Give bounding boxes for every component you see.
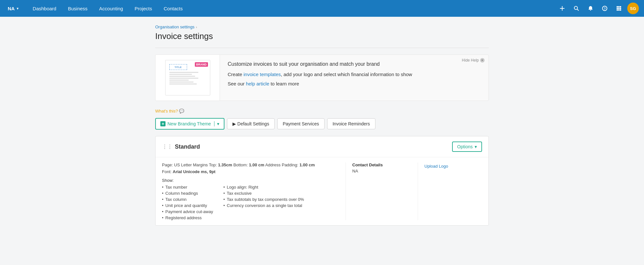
brand-selector[interactable]: NA ▼ [5, 4, 22, 13]
list-item: •Registered address [162, 215, 213, 220]
list-item: •Tax exclusive [223, 191, 304, 196]
contact-details-label: Contact Details [352, 162, 410, 167]
show-columns: •Tax number •Column headings •Tax column… [162, 185, 338, 220]
show-item-label: Currency conversion as a single tax tota… [227, 203, 302, 208]
illustration-line [169, 74, 192, 75]
payment-services-label: Payment Services [283, 121, 319, 126]
options-button[interactable]: Options ▾ [452, 142, 482, 152]
list-item: •Tax column [162, 197, 213, 202]
invoice-illustration: BRAND TITLE [165, 60, 210, 95]
breadcrumb-separator: › [196, 25, 197, 29]
page-container: Organisation settings › Invoice settings… [145, 17, 499, 233]
page-size: US Letter [174, 162, 192, 167]
help-panel: Hide Help ✕ BRAND TITLE Customize invoic… [155, 54, 489, 101]
list-item: •Payment advice cut-away [162, 209, 213, 214]
drag-handle-icon[interactable]: ⋮⋮ [162, 144, 172, 150]
nav-links: Dashboard Business Accounting Projects C… [27, 0, 556, 17]
apps-icon[interactable] [613, 3, 625, 14]
breadcrumb-parent-link[interactable]: Organisation settings [155, 25, 194, 29]
address-label: Address Padding: [264, 162, 299, 167]
help-secondary-suffix: , add your logo and select which financi… [281, 72, 412, 77]
show-item-label: Logo align: Right [227, 185, 258, 190]
new-branding-dropdown-icon: ▾ [214, 121, 219, 126]
show-item-label: Registered address [166, 215, 202, 220]
standard-header: ⋮⋮ Standard Options ▾ [156, 136, 488, 157]
nav-dashboard[interactable]: Dashboard [27, 0, 62, 17]
new-branding-label: New Branding Theme [167, 121, 211, 126]
nav-business[interactable]: Business [62, 0, 93, 17]
page-label: Page: [162, 162, 174, 167]
show-item-label: Tax column [166, 197, 187, 202]
contact-details-value: NA [352, 169, 410, 173]
nav-accounting[interactable]: Accounting [93, 0, 129, 17]
nav-right: ? SG [556, 3, 639, 14]
svg-rect-13 [618, 9, 620, 11]
user-avatar[interactable]: SG [627, 3, 639, 14]
brand-caret: ▼ [16, 7, 19, 10]
svg-rect-14 [620, 9, 621, 11]
svg-rect-12 [617, 9, 618, 11]
svg-line-3 [577, 9, 579, 11]
brand-initials: NA [8, 6, 15, 11]
hide-help-button[interactable]: Hide Help ✕ [462, 58, 485, 63]
plus-icon: + [160, 121, 166, 126]
search-icon[interactable] [571, 3, 582, 14]
show-item-label: Tax number [166, 185, 187, 190]
show-item-label: Column headings [166, 191, 198, 196]
help-article-link[interactable]: help article [246, 81, 270, 86]
page-title: Invoice settings [155, 31, 489, 41]
logo-section: Upload Logo [418, 162, 482, 220]
title-divider [155, 48, 489, 48]
font-label: Font: [162, 169, 173, 174]
illustration-lines [169, 72, 207, 85]
illustration-line [169, 78, 198, 79]
close-icon: ✕ [480, 58, 485, 63]
help-icon[interactable]: ? [599, 3, 611, 14]
default-settings-label: Default Settings [237, 121, 269, 126]
help-third-suffix: to learn more [269, 81, 299, 86]
upload-logo-link[interactable]: Upload Logo [424, 164, 448, 169]
default-settings-icon: ▶ [232, 121, 236, 126]
standard-card: ⋮⋮ Standard Options ▾ Page: US Letter Ma… [155, 136, 489, 226]
show-col-1: •Tax number •Column headings •Tax column… [162, 185, 213, 220]
show-label: Show: [162, 178, 338, 183]
breadcrumb: Organisation settings › [155, 25, 489, 29]
new-branding-theme-button[interactable]: + New Branding Theme ▾ [155, 118, 224, 130]
options-label: Options [457, 144, 473, 149]
show-item-label: Payment advice cut-away [166, 209, 213, 214]
standard-title: ⋮⋮ Standard [162, 143, 200, 150]
help-secondary-prefix: Create [228, 72, 243, 77]
nav-contacts[interactable]: Contacts [158, 0, 188, 17]
standard-body: Page: US Letter Margins Top: 1.35cm Bott… [156, 157, 488, 225]
font-info-row: Font: Arial Unicode ms, 9pt [162, 169, 338, 174]
svg-text:?: ? [604, 7, 606, 11]
list-item: •Tax subtotals by tax components over 0% [223, 197, 304, 202]
show-item-label: Unit price and quantity [166, 203, 207, 208]
show-item-label: Tax exclusive [227, 191, 251, 196]
action-buttons-row: + New Branding Theme ▾ ▶ Default Setting… [155, 118, 489, 130]
payment-services-button[interactable]: Payment Services [277, 118, 325, 129]
notifications-icon[interactable] [585, 3, 596, 14]
svg-rect-6 [617, 6, 618, 7]
list-item: •Currency conversion as a single tax tot… [223, 203, 304, 208]
hide-help-label: Hide Help [462, 58, 479, 63]
illustration-line [169, 72, 198, 73]
invoice-templates-link[interactable]: invoice templates [243, 72, 281, 77]
invoice-reminders-button[interactable]: Invoice Reminders [327, 118, 375, 129]
nav-projects[interactable]: Projects [129, 0, 158, 17]
whats-this-emoji: 💬 [179, 109, 184, 113]
help-panel-illustration: BRAND TITLE [156, 55, 220, 101]
page-info-row: Page: US Letter Margins Top: 1.35cm Bott… [162, 162, 338, 167]
whats-this-button[interactable]: What's this? 💬 [155, 109, 489, 113]
illustration-brand-label: BRAND [195, 62, 208, 67]
standard-label: Standard [175, 143, 200, 150]
illustration-line [169, 76, 195, 77]
help-third-prefix: See our [228, 81, 246, 86]
default-settings-button[interactable]: ▶ Default Settings [227, 118, 275, 129]
show-section: Show: •Tax number •Column headings •Tax … [162, 178, 338, 220]
add-icon[interactable] [556, 3, 568, 14]
font-value: Arial Unicode ms, 9pt [173, 169, 215, 174]
svg-rect-9 [617, 8, 618, 9]
list-item: •Column headings [162, 191, 213, 196]
svg-rect-8 [620, 6, 621, 7]
